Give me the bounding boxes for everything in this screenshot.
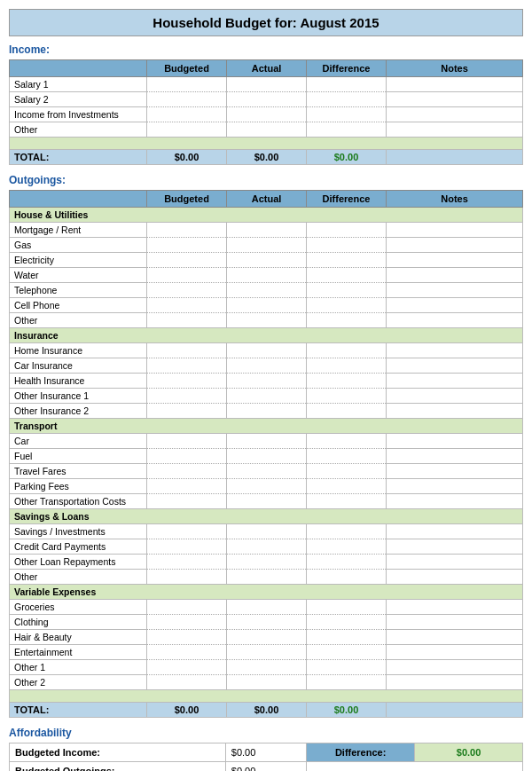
outgoings-row-actual[interactable] xyxy=(227,615,307,630)
income-row-actual[interactable] xyxy=(227,122,307,138)
outgoings-row-budgeted[interactable] xyxy=(147,343,227,358)
outgoings-row-actual[interactable] xyxy=(227,253,307,268)
outgoings-row-notes[interactable] xyxy=(387,449,523,464)
outgoings-row-actual[interactable] xyxy=(227,539,307,555)
outgoings-row-budgeted[interactable] xyxy=(147,615,227,630)
outgoings-row-actual[interactable] xyxy=(227,298,307,313)
outgoings-row-budgeted[interactable] xyxy=(147,449,227,464)
outgoings-row-budgeted[interactable] xyxy=(147,630,227,645)
outgoings-row-actual[interactable] xyxy=(227,645,307,660)
outgoings-row-actual[interactable] xyxy=(227,343,307,358)
outgoings-row-actual[interactable] xyxy=(227,494,307,509)
outgoings-row-label: Travel Fares xyxy=(10,464,147,479)
outgoings-row-actual[interactable] xyxy=(227,524,307,539)
outgoings-row-actual[interactable] xyxy=(227,283,307,298)
income-row-budgeted[interactable] xyxy=(147,122,227,138)
outgoings-row-notes[interactable] xyxy=(387,600,523,615)
outgoings-row-notes[interactable] xyxy=(387,539,523,555)
outgoings-row-actual[interactable] xyxy=(227,570,307,585)
outgoings-row-actual[interactable] xyxy=(227,479,307,494)
outgoings-row-notes[interactable] xyxy=(387,660,523,675)
income-row-notes[interactable] xyxy=(387,122,523,138)
outgoings-row-notes[interactable] xyxy=(387,343,523,358)
outgoings-row-notes[interactable] xyxy=(387,494,523,509)
outgoings-row-budgeted[interactable] xyxy=(147,675,227,690)
outgoings-row-budgeted[interactable] xyxy=(147,404,227,419)
outgoings-row-budgeted[interactable] xyxy=(147,253,227,268)
outgoings-row-budgeted[interactable] xyxy=(147,238,227,253)
outgoings-row-notes[interactable] xyxy=(387,570,523,585)
outgoings-row: Other Insurance 1 xyxy=(10,389,523,404)
outgoings-row-budgeted[interactable] xyxy=(147,524,227,539)
outgoings-row-difference xyxy=(307,570,387,585)
outgoings-row-notes[interactable] xyxy=(387,555,523,570)
outgoings-row-label: Gas xyxy=(10,238,147,253)
outgoings-row-actual[interactable] xyxy=(227,675,307,690)
outgoings-category-label: Transport xyxy=(10,419,523,434)
outgoings-row-actual[interactable] xyxy=(227,600,307,615)
outgoings-row-budgeted[interactable] xyxy=(147,358,227,374)
outgoings-row-notes[interactable] xyxy=(387,223,523,238)
outgoings-row-notes[interactable] xyxy=(387,645,523,660)
outgoings-row-budgeted[interactable] xyxy=(147,464,227,479)
outgoings-row-actual[interactable] xyxy=(227,449,307,464)
outgoings-row-actual[interactable] xyxy=(227,268,307,283)
outgoings-row-budgeted[interactable] xyxy=(147,494,227,509)
outgoings-row-budgeted[interactable] xyxy=(147,298,227,313)
income-row-actual[interactable] xyxy=(227,107,307,122)
outgoings-row-actual[interactable] xyxy=(227,238,307,253)
outgoings-row-budgeted[interactable] xyxy=(147,555,227,570)
outgoings-row-actual[interactable] xyxy=(227,434,307,449)
outgoings-row-notes[interactable] xyxy=(387,283,523,298)
income-row-notes[interactable] xyxy=(387,107,523,122)
outgoings-row-notes[interactable] xyxy=(387,253,523,268)
outgoings-row-budgeted[interactable] xyxy=(147,374,227,389)
outgoings-row-notes[interactable] xyxy=(387,434,523,449)
outgoings-row-notes[interactable] xyxy=(387,358,523,374)
outgoings-row-actual[interactable] xyxy=(227,374,307,389)
outgoings-row-actual[interactable] xyxy=(227,555,307,570)
outgoings-row-notes[interactable] xyxy=(387,268,523,283)
outgoings-row-notes[interactable] xyxy=(387,464,523,479)
outgoings-row-notes[interactable] xyxy=(387,479,523,494)
outgoings-row-notes[interactable] xyxy=(387,298,523,313)
outgoings-row-budgeted[interactable] xyxy=(147,660,227,675)
outgoings-empty-row xyxy=(10,690,523,703)
outgoings-row-notes[interactable] xyxy=(387,389,523,404)
income-row-actual[interactable] xyxy=(227,92,307,107)
outgoings-row-budgeted[interactable] xyxy=(147,434,227,449)
outgoings-row-budgeted[interactable] xyxy=(147,570,227,585)
outgoings-row-budgeted[interactable] xyxy=(147,283,227,298)
outgoings-row-budgeted[interactable] xyxy=(147,600,227,615)
outgoings-row-actual[interactable] xyxy=(227,660,307,675)
outgoings-row-budgeted[interactable] xyxy=(147,645,227,660)
outgoings-row-actual[interactable] xyxy=(227,404,307,419)
outgoings-row-budgeted[interactable] xyxy=(147,268,227,283)
outgoings-row-notes[interactable] xyxy=(387,313,523,328)
outgoings-row-notes[interactable] xyxy=(387,524,523,539)
outgoings-row-actual[interactable] xyxy=(227,630,307,645)
outgoings-row-notes[interactable] xyxy=(387,238,523,253)
outgoings-row-budgeted[interactable] xyxy=(147,479,227,494)
outgoings-row-budgeted[interactable] xyxy=(147,389,227,404)
outgoings-row-budgeted[interactable] xyxy=(147,313,227,328)
outgoings-row-actual[interactable] xyxy=(227,464,307,479)
income-row-budgeted[interactable] xyxy=(147,92,227,107)
outgoings-row-budgeted[interactable] xyxy=(147,223,227,238)
outgoings-row-actual[interactable] xyxy=(227,358,307,374)
outgoings-row: Other xyxy=(10,313,523,328)
outgoings-row-actual[interactable] xyxy=(227,313,307,328)
income-row-actual[interactable] xyxy=(227,77,307,92)
income-row-budgeted[interactable] xyxy=(147,107,227,122)
outgoings-row-notes[interactable] xyxy=(387,374,523,389)
income-row-notes[interactable] xyxy=(387,92,523,107)
outgoings-row-notes[interactable] xyxy=(387,404,523,419)
income-row-notes[interactable] xyxy=(387,77,523,92)
outgoings-row-notes[interactable] xyxy=(387,615,523,630)
outgoings-row-actual[interactable] xyxy=(227,389,307,404)
outgoings-row-budgeted[interactable] xyxy=(147,539,227,555)
outgoings-row-notes[interactable] xyxy=(387,630,523,645)
outgoings-row-notes[interactable] xyxy=(387,675,523,690)
outgoings-row-actual[interactable] xyxy=(227,223,307,238)
income-row-budgeted[interactable] xyxy=(147,77,227,92)
